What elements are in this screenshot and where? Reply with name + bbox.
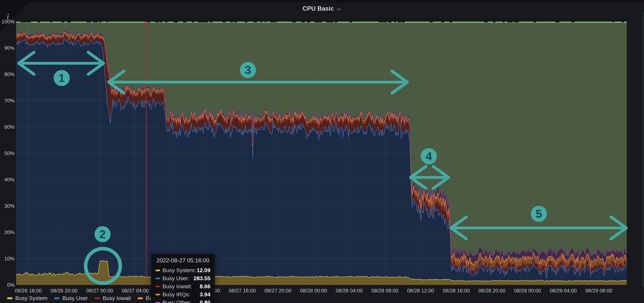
- tooltip-series-label: Busy User:: [162, 275, 194, 282]
- x-axis-label: 08/28 04:00: [336, 288, 363, 294]
- tooltip-row: Busy User:283.55: [156, 275, 210, 282]
- y-axis-label: 10%: [0, 256, 14, 261]
- tooltip-series-value: 8.66: [200, 283, 210, 290]
- x-axis-label: 08/26 16:00: [15, 288, 42, 294]
- tooltip-series-value: 0.80: [200, 300, 210, 303]
- x-axis-label: 08/28 16:00: [443, 288, 470, 294]
- x-axis-label: 08/27 00:00: [86, 288, 113, 294]
- x-axis-label: 08/28 20:00: [478, 288, 505, 294]
- tooltip-series-swatch: [156, 270, 160, 271]
- y-axis-label: 50%: [0, 151, 14, 156]
- legend-item-busy-user[interactable]: Busy User: [54, 295, 88, 302]
- tooltip-series-label: Busy System:: [162, 267, 197, 274]
- tooltip-row: Busy IRQs:3.94: [156, 292, 210, 298]
- tooltip-series-label: Busy Other:: [162, 300, 200, 303]
- tooltip-series-label: Busy Iowait:: [162, 283, 200, 290]
- legend: Busy SystemBusy UserBusy IowaitBusy IRQs: [7, 295, 172, 302]
- tooltip-row: Busy System:12.09: [156, 267, 210, 274]
- grafana-dashboard-view: CPU Basic i 100%90%80%70%60%50%40%30%20%…: [0, 0, 644, 303]
- y-axis-label: 70%: [0, 98, 14, 103]
- y-axis-label: 20%: [0, 230, 14, 235]
- y-axis-label: 30%: [0, 204, 14, 208]
- tooltip-rows: Busy System:12.09Busy User:283.55Busy Io…: [156, 267, 210, 303]
- x-axis-label: 08/28 08:00: [372, 288, 398, 294]
- tooltip-timestamp: 2022-08-27 05:16:00: [156, 257, 210, 264]
- legend-label: Busy User: [62, 295, 88, 302]
- tooltip-series-value: 283.55: [194, 275, 210, 282]
- cpu-basic-panel: CPU Basic i 100%90%80%70%60%50%40%30%20%…: [0, 2, 644, 303]
- tooltip-series-value: 3.94: [200, 292, 210, 298]
- y-axis-label: 100%: [0, 19, 14, 24]
- x-axis-label: 08/27 16:00: [229, 288, 256, 294]
- x-axis-label: 08/29 04:00: [550, 288, 576, 294]
- tooltip-row: Busy Iowait:8.66: [156, 283, 210, 290]
- tooltip-row: Busy Other:0.80: [156, 300, 210, 303]
- tooltip-series-value: 12.09: [197, 267, 210, 274]
- scrollbar-thumb[interactable]: [642, 12, 644, 287]
- legend-label: Busy Iowait: [103, 295, 131, 302]
- chart-tooltip: 2022-08-27 05:16:00 Busy System:12.09Bus…: [151, 254, 215, 303]
- legend-swatch: [138, 297, 143, 299]
- x-axis-label: 08/29 00:00: [514, 288, 541, 294]
- y-axis-label: 90%: [0, 46, 14, 50]
- x-axis-label: 08/29 08:00: [586, 288, 612, 294]
- panel-title[interactable]: CPU Basic: [302, 5, 334, 12]
- cpu-stacked-area-chart: [16, 22, 627, 285]
- y-axis-label: 60%: [0, 124, 14, 130]
- legend-swatch: [7, 297, 12, 299]
- legend-swatch: [94, 297, 100, 299]
- y-axis-label: 80%: [0, 72, 14, 77]
- x-axis-label: 08/28 12:00: [407, 288, 434, 294]
- x-axis-label: 08/26 20:00: [50, 288, 78, 294]
- tooltip-series-swatch: [156, 294, 160, 295]
- legend-label: Busy System: [15, 295, 47, 302]
- tooltip-series-label: Busy IRQs:: [162, 292, 200, 298]
- y-axis-label: 40%: [0, 177, 14, 182]
- chart-plot-area[interactable]: [16, 22, 627, 285]
- x-axis-label: 08/28 00:00: [300, 288, 327, 294]
- x-axis-label: 08/27 04:00: [122, 288, 149, 294]
- legend-item-busy-system[interactable]: Busy System: [7, 295, 47, 302]
- y-axis: 100%90%80%70%60%50%40%30%20%10%0%: [0, 2, 14, 303]
- legend-swatch: [54, 297, 60, 299]
- panel-header[interactable]: CPU Basic: [0, 2, 644, 15]
- tooltip-series-swatch: [156, 278, 160, 279]
- x-axis-label: 08/27 20:00: [264, 288, 291, 294]
- tooltip-series-swatch: [156, 302, 160, 303]
- legend-item-busy-iowait[interactable]: Busy Iowait: [94, 295, 131, 302]
- y-axis-label: 0%: [0, 282, 14, 288]
- tooltip-series-swatch: [156, 286, 160, 287]
- chevron-down-icon: [336, 7, 342, 12]
